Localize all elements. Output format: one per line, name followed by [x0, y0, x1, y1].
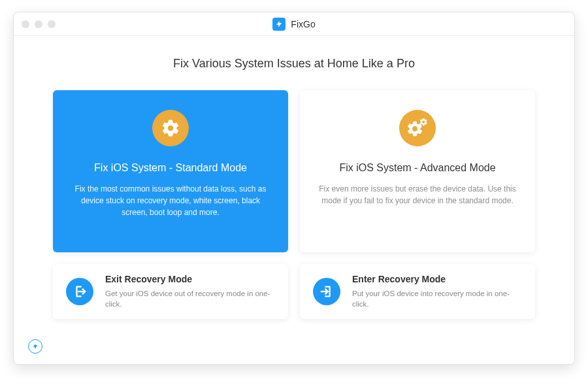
card-title: Fix iOS System - Advanced Mode — [339, 162, 495, 174]
card-description: Fix the most common issues without data … — [70, 183, 271, 218]
main-content: Fix Various System Issues at Home Like a… — [14, 36, 574, 364]
page-heading: Fix Various System Issues at Home Like a… — [53, 57, 535, 71]
exit-icon — [66, 278, 93, 305]
card-title: Exit Recovery Mode — [105, 274, 275, 284]
card-title: Fix iOS System - Standard Mode — [94, 162, 247, 174]
titlebar: FixGo — [14, 12, 574, 36]
card-description: Get your iOS device out of recovery mode… — [105, 288, 275, 309]
minimize-window-button[interactable] — [35, 20, 42, 28]
window-controls[interactable] — [22, 20, 56, 28]
card-advanced-mode[interactable]: Fix iOS System - Advanced Mode Fix even … — [300, 90, 535, 252]
close-window-button[interactable] — [22, 20, 29, 28]
app-logo-icon — [272, 18, 286, 31]
card-standard-mode[interactable]: Fix iOS System - Standard Mode Fix the m… — [53, 90, 288, 252]
feedback-button[interactable] — [28, 339, 42, 354]
card-text: Exit Recovery Mode Get your iOS device o… — [105, 274, 275, 309]
app-window: FixGo Fix Various System Issues at Home … — [13, 12, 575, 365]
app-title-group: FixGo — [272, 18, 315, 31]
maximize-window-button[interactable] — [48, 20, 56, 28]
card-exit-recovery[interactable]: Exit Recovery Mode Get your iOS device o… — [53, 264, 288, 319]
card-title: Enter Recovery Mode — [352, 274, 522, 284]
gear-icon — [152, 110, 189, 146]
app-title: FixGo — [291, 19, 315, 29]
cards-grid: Fix iOS System - Standard Mode Fix the m… — [53, 90, 535, 319]
card-enter-recovery[interactable]: Enter Recovery Mode Put your iOS device … — [300, 264, 535, 319]
card-description: Fix even more issues but erase the devic… — [317, 183, 518, 207]
card-description: Put your iOS device into recovery mode i… — [352, 288, 522, 309]
gears-icon — [399, 110, 436, 146]
card-text: Enter Recovery Mode Put your iOS device … — [352, 274, 522, 309]
enter-icon — [313, 278, 340, 305]
